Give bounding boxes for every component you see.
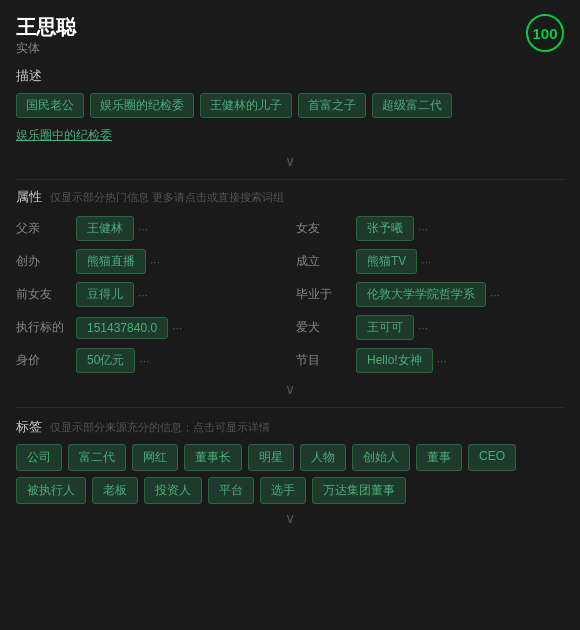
attr-title: 属性 xyxy=(16,188,42,206)
attr-dots-1[interactable]: ··· xyxy=(418,222,428,236)
attr-row-7: 爱犬 王可可 ··· xyxy=(296,315,564,340)
attr-label-4: 前女友 xyxy=(16,286,68,303)
attr-value-6[interactable]: 151437840.0 xyxy=(76,317,168,339)
attr-row-3: 成立 熊猫TV ··· xyxy=(296,249,564,274)
desc-tag-4[interactable]: 超级富二代 xyxy=(372,93,452,118)
attr-grid: 父亲 王健林 ··· 女友 张予曦 ··· 创办 熊猫直播 ··· xyxy=(16,216,564,373)
attr-value-1[interactable]: 张予曦 xyxy=(356,216,414,241)
attr-row-5: 毕业于 伦敦大学学院哲学系 ··· xyxy=(296,282,564,307)
attr-value-0[interactable]: 王健林 xyxy=(76,216,134,241)
attr-value-wrap-6: 151437840.0 ··· xyxy=(76,317,284,339)
attr-dots-7[interactable]: ··· xyxy=(418,321,428,335)
tag-13[interactable]: 选手 xyxy=(260,477,306,504)
attr-value-wrap-4: 豆得儿 ··· xyxy=(76,282,284,307)
desc-tag-3[interactable]: 首富之子 xyxy=(298,93,366,118)
attr-value-wrap-8: 50亿元 ··· xyxy=(76,348,284,373)
attr-dots-0[interactable]: ··· xyxy=(138,222,148,236)
attr-dots-2[interactable]: ··· xyxy=(150,255,160,269)
tag-7[interactable]: 董事 xyxy=(416,444,462,471)
attr-label-5: 毕业于 xyxy=(296,286,348,303)
attr-label-6: 执行标的 xyxy=(16,319,68,336)
attr-label-3: 成立 xyxy=(296,253,348,270)
attr-value-wrap-2: 熊猫直播 ··· xyxy=(76,249,284,274)
attr-value-wrap-0: 王健林 ··· xyxy=(76,216,284,241)
attr-value-wrap-5: 伦敦大学学院哲学系 ··· xyxy=(356,282,564,307)
attr-row-8: 身价 50亿元 ··· xyxy=(16,348,284,373)
attr-value-wrap-9: Hello!女神 ··· xyxy=(356,348,564,373)
description-expand-arrow[interactable]: ∨ xyxy=(16,153,564,169)
attr-label-2: 创办 xyxy=(16,253,68,270)
attr-dots-3[interactable]: ··· xyxy=(421,255,431,269)
tag-10[interactable]: 老板 xyxy=(92,477,138,504)
tag-8[interactable]: CEO xyxy=(468,444,516,471)
tag-11[interactable]: 投资人 xyxy=(144,477,202,504)
attr-row-6: 执行标的 151437840.0 ··· xyxy=(16,315,284,340)
header: 王思聪 实体 100 xyxy=(16,14,564,57)
tag-4[interactable]: 明星 xyxy=(248,444,294,471)
tags-header: 标签 仅显示部分来源充分的信息；点击可显示详情 xyxy=(16,418,564,436)
tag-12[interactable]: 平台 xyxy=(208,477,254,504)
tag-9[interactable]: 被执行人 xyxy=(16,477,86,504)
attr-label-0: 父亲 xyxy=(16,220,68,237)
desc-tag-2[interactable]: 王健林的儿子 xyxy=(200,93,292,118)
attr-value-7[interactable]: 王可可 xyxy=(356,315,414,340)
tags-subtitle: 仅显示部分来源充分的信息；点击可显示详情 xyxy=(50,420,270,435)
score-badge: 100 xyxy=(526,14,564,52)
attr-label-9: 节目 xyxy=(296,352,348,369)
attr-value-8[interactable]: 50亿元 xyxy=(76,348,135,373)
tag-2[interactable]: 网红 xyxy=(132,444,178,471)
tag-1[interactable]: 富二代 xyxy=(68,444,126,471)
attr-subtitle: 仅显示部分热门信息 更多请点击或直接搜索词组 xyxy=(50,190,284,205)
divider-2 xyxy=(16,407,564,408)
entity-type: 实体 xyxy=(16,40,76,57)
description-section: 描述 国民老公 娱乐圈的纪检委 王健林的儿子 首富之子 超级富二代 娱乐圈中的纪… xyxy=(16,67,564,147)
tag-0[interactable]: 公司 xyxy=(16,444,62,471)
attr-dots-5[interactable]: ··· xyxy=(490,288,500,302)
attr-value-wrap-3: 熊猫TV ··· xyxy=(356,249,564,274)
attr-row-9: 节目 Hello!女神 ··· xyxy=(296,348,564,373)
tag-3[interactable]: 董事长 xyxy=(184,444,242,471)
attr-row-4: 前女友 豆得儿 ··· xyxy=(16,282,284,307)
attr-value-wrap-1: 张予曦 ··· xyxy=(356,216,564,241)
person-name: 王思聪 xyxy=(16,14,76,40)
attr-dots-4[interactable]: ··· xyxy=(138,288,148,302)
tags-row: 公司 富二代 网红 董事长 明星 人物 创始人 董事 CEO 被执行人 老板 投… xyxy=(16,444,564,504)
tags-expand-arrow[interactable]: ∨ xyxy=(16,510,564,526)
tags-title: 标签 xyxy=(16,418,42,436)
attributes-expand-arrow[interactable]: ∨ xyxy=(16,381,564,397)
tags-section: 标签 仅显示部分来源充分的信息；点击可显示详情 公司 富二代 网红 董事长 明星… xyxy=(16,418,564,504)
desc-tag-1[interactable]: 娱乐圈的纪检委 xyxy=(90,93,194,118)
tag-5[interactable]: 人物 xyxy=(300,444,346,471)
attr-label-8: 身价 xyxy=(16,352,68,369)
divider-1 xyxy=(16,179,564,180)
attr-value-wrap-7: 王可可 ··· xyxy=(356,315,564,340)
attr-label-1: 女友 xyxy=(296,220,348,237)
attr-dots-8[interactable]: ··· xyxy=(139,354,149,368)
description-title: 描述 xyxy=(16,67,564,85)
title-block: 王思聪 实体 xyxy=(16,14,76,57)
attr-value-5[interactable]: 伦敦大学学院哲学系 xyxy=(356,282,486,307)
tag-6[interactable]: 创始人 xyxy=(352,444,410,471)
attr-row-2: 创办 熊猫直播 ··· xyxy=(16,249,284,274)
attr-dots-6[interactable]: ··· xyxy=(172,321,182,335)
desc-tag-0[interactable]: 国民老公 xyxy=(16,93,84,118)
attr-value-3[interactable]: 熊猫TV xyxy=(356,249,417,274)
attr-dots-9[interactable]: ··· xyxy=(437,354,447,368)
page-container: 王思聪 实体 100 描述 国民老公 娱乐圈的纪检委 王健林的儿子 首富之子 超… xyxy=(0,0,580,550)
attr-value-9[interactable]: Hello!女神 xyxy=(356,348,433,373)
attr-row-0: 父亲 王健林 ··· xyxy=(16,216,284,241)
attr-value-4[interactable]: 豆得儿 xyxy=(76,282,134,307)
attributes-section: 属性 仅显示部分热门信息 更多请点击或直接搜索词组 父亲 王健林 ··· 女友 … xyxy=(16,188,564,373)
description-detail-text[interactable]: 娱乐圈中的纪检委 xyxy=(16,124,564,147)
attr-row-1: 女友 张予曦 ··· xyxy=(296,216,564,241)
attr-header: 属性 仅显示部分热门信息 更多请点击或直接搜索词组 xyxy=(16,188,564,206)
description-tags-row: 国民老公 娱乐圈的纪检委 王健林的儿子 首富之子 超级富二代 xyxy=(16,93,564,118)
tag-14[interactable]: 万达集团董事 xyxy=(312,477,406,504)
attr-label-7: 爱犬 xyxy=(296,319,348,336)
attr-value-2[interactable]: 熊猫直播 xyxy=(76,249,146,274)
